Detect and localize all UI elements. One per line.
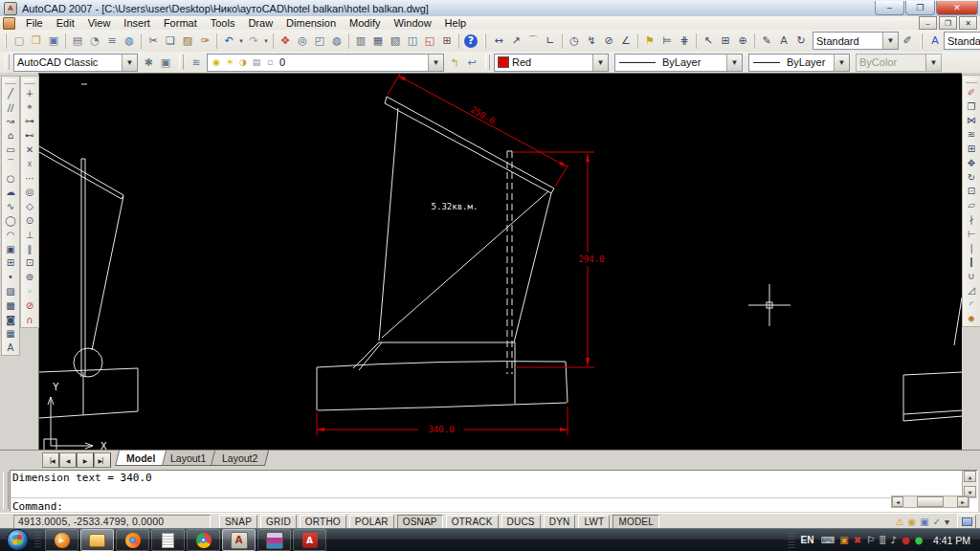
- chevron-down-icon[interactable]: ▼: [882, 33, 898, 49]
- center-mark-icon[interactable]: ⊕: [734, 33, 751, 50]
- rectangle-icon[interactable]: ▭: [3, 143, 18, 157]
- trim-icon[interactable]: ∤: [964, 212, 979, 227]
- temporary-track-point-icon[interactable]: ∔: [22, 86, 37, 100]
- break-icon[interactable]: ❙: [964, 255, 979, 270]
- dimension-update-icon[interactable]: ↻: [792, 33, 810, 50]
- zoom-window-icon[interactable]: ◰: [311, 33, 328, 50]
- notepad-taskbar-button[interactable]: [151, 529, 185, 551]
- color-combo[interactable]: Red ▼: [494, 54, 609, 72]
- polygon-icon[interactable]: ⌂: [3, 128, 18, 143]
- command-prompt[interactable]: Command:: [11, 498, 977, 513]
- chevron-down-icon[interactable]: ▼: [834, 55, 849, 71]
- maximize-button[interactable]: ❐: [905, 1, 935, 15]
- explorer-taskbar-button[interactable]: [80, 529, 114, 551]
- security-alert-icon[interactable]: ✖: [854, 536, 861, 545]
- new-icon[interactable]: ▢: [11, 33, 28, 50]
- command-text-area[interactable]: Dimension text = 340.0 Command: ▲ ▼ ◀ ▶: [10, 470, 978, 512]
- clean-screen-button[interactable]: [957, 515, 976, 529]
- status-toggle-dyn[interactable]: DYN: [544, 515, 576, 529]
- tab-nav-last-button[interactable]: ▶▏: [94, 452, 111, 468]
- paste-icon[interactable]: ▨: [179, 33, 196, 50]
- menu-tools[interactable]: Tools: [204, 16, 242, 30]
- make-object-layer-current-icon[interactable]: ↰: [446, 54, 463, 71]
- action-center-flag-icon[interactable]: ⚐: [866, 536, 875, 545]
- clock[interactable]: 4:41 PM: [933, 535, 970, 546]
- chevron-down-icon[interactable]: ▼: [428, 55, 443, 71]
- radius-dimension-icon[interactable]: ◷: [566, 33, 583, 50]
- insert-block-icon[interactable]: ▣: [3, 242, 18, 256]
- extend-icon[interactable]: ⊢: [964, 227, 979, 241]
- plot-preview-icon[interactable]: ◔: [86, 33, 103, 50]
- hatch-icon[interactable]: ▨: [3, 284, 18, 298]
- chrome-taskbar-button[interactable]: [187, 529, 220, 551]
- make-block-icon[interactable]: ⊞: [3, 256, 18, 271]
- dimension-edit-icon[interactable]: ✎: [758, 33, 775, 50]
- tab-layout1[interactable]: Layout1: [159, 451, 217, 466]
- layer-lock-icon-icon[interactable]: ◑: [237, 55, 249, 69]
- multiline-text-icon[interactable]: A: [3, 341, 18, 355]
- toolbar-grip[interactable]: [24, 79, 35, 84]
- dimension-style-icon[interactable]: ✐: [899, 33, 916, 50]
- ellipse-icon[interactable]: ◯: [3, 213, 18, 228]
- chevron-down-icon[interactable]: ▼: [592, 55, 608, 71]
- snap-to-extension-icon[interactable]: ⋯: [22, 171, 37, 186]
- snap-to-insert-icon[interactable]: ⊡: [22, 256, 37, 271]
- markup-set-manager-icon[interactable]: ◱: [421, 33, 438, 50]
- zoom-realtime-icon[interactable]: ◎: [294, 33, 311, 50]
- match-properties-icon[interactable]: ✑: [196, 33, 213, 50]
- quick-dimension-icon[interactable]: ⚑: [641, 33, 658, 50]
- scroll-up-icon[interactable]: ▲: [964, 471, 976, 482]
- status-toggle-ducs[interactable]: DUCS: [501, 515, 541, 529]
- rotate-icon[interactable]: ↻: [964, 170, 979, 185]
- chevron-down-icon[interactable]: ▼: [726, 55, 742, 71]
- snap-to-none-icon[interactable]: ⊘: [22, 298, 37, 313]
- drawing-canvas[interactable]: 250.0 294.0 340.0 5.32кв.м. Y X: [38, 73, 962, 450]
- continue-dimension-icon[interactable]: ⋕: [676, 33, 693, 50]
- tab-nav-next-button[interactable]: ▶: [77, 452, 94, 468]
- lineweight-combo[interactable]: ByLayer ▼: [748, 54, 850, 72]
- plot-icon[interactable]: ▤: [69, 33, 86, 50]
- scrollbar-thumb[interactable]: [917, 496, 944, 507]
- acrobat-taskbar-button[interactable]: A: [293, 529, 326, 551]
- snap-to-tangent-icon[interactable]: ⊙: [22, 213, 37, 228]
- mdi-minimize-button[interactable]: –: [919, 16, 937, 30]
- snap-to-endpoint-icon[interactable]: ⊶: [22, 115, 37, 129]
- offset-icon[interactable]: ≋: [964, 127, 979, 142]
- jogged-dimension-icon[interactable]: ↯: [583, 33, 600, 50]
- ordinate-dimension-icon[interactable]: ∟: [542, 33, 559, 50]
- tab-layout2[interactable]: Layout2: [211, 451, 269, 466]
- undo-dropdown-icon[interactable]: ▾: [237, 33, 245, 50]
- dimension-text-edit-icon[interactable]: A: [775, 33, 792, 50]
- join-icon[interactable]: ∪: [964, 269, 979, 283]
- menu-draw[interactable]: Draw: [241, 16, 279, 30]
- baseline-dimension-icon[interactable]: ⊨: [658, 33, 676, 50]
- snap-to-intersection-icon[interactable]: ✕: [22, 143, 37, 157]
- break-at-point-icon[interactable]: ❘: [964, 241, 979, 255]
- scroll-left-icon[interactable]: ◀: [892, 496, 903, 507]
- table-icon[interactable]: ▦: [3, 327, 18, 342]
- diameter-dimension-icon[interactable]: ⊘: [600, 33, 617, 50]
- menu-modify[interactable]: Modify: [343, 16, 387, 30]
- snap-to-quadrant-icon[interactable]: ◇: [22, 199, 37, 213]
- snap-from-icon[interactable]: ⌖: [22, 100, 37, 115]
- workspace-settings-icon[interactable]: ✱: [140, 54, 157, 71]
- redo-dropdown-icon[interactable]: ▾: [262, 33, 270, 50]
- command-window-grip[interactable]: [3, 472, 9, 509]
- ellipse-arc-icon[interactable]: ◠: [3, 228, 18, 242]
- layer-properties-manager-icon[interactable]: ≋: [188, 54, 205, 71]
- save-icon[interactable]: ▣: [45, 33, 62, 50]
- layer-plot-icon-icon[interactable]: ▤: [251, 55, 262, 69]
- mdi-restore-button[interactable]: ❐: [939, 16, 957, 30]
- aligned-dimension-icon[interactable]: ↗: [507, 33, 524, 50]
- quickcalc-icon[interactable]: ⊞: [438, 33, 456, 50]
- revision-cloud-icon[interactable]: ☁: [3, 186, 18, 200]
- tab-nav-first-button[interactable]: ▕◀: [42, 452, 59, 468]
- osnap-settings-icon[interactable]: ∩: [22, 313, 37, 327]
- toolbar-grip[interactable]: [179, 55, 184, 70]
- region-icon[interactable]: ◙: [3, 313, 18, 327]
- firefox-taskbar-button[interactable]: [116, 529, 149, 551]
- designcenter-icon[interactable]: ▦: [369, 33, 387, 50]
- mdi-close-button[interactable]: ✕: [959, 16, 977, 30]
- linear-dimension-icon[interactable]: ↔: [490, 33, 507, 50]
- publish-icon[interactable]: ≡: [103, 33, 121, 50]
